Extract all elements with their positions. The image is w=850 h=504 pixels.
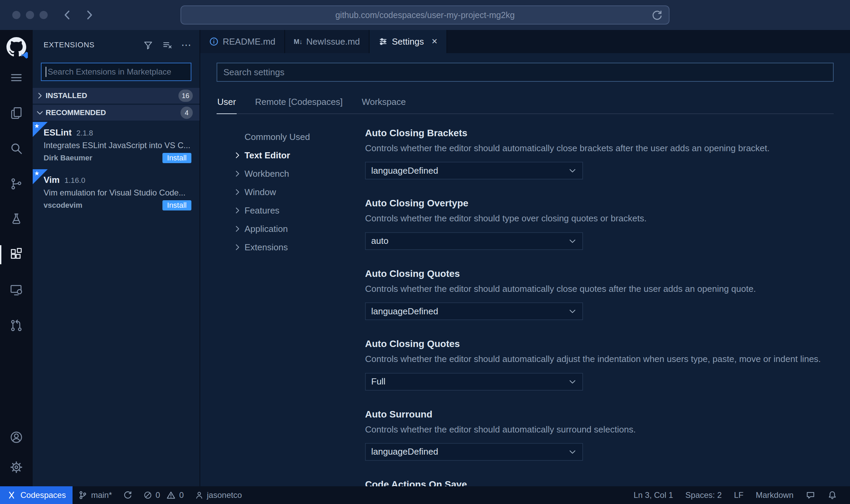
tab-newissue[interactable]: M↓ NewIssue.md (285, 30, 369, 53)
sidebar-item-github-pull-requests[interactable] (0, 311, 33, 341)
chevron-right-icon (233, 188, 242, 196)
sidebar-item-search[interactable] (0, 133, 33, 163)
vscode-logo-icon (20, 51, 29, 59)
clear-extensions-search-button[interactable] (162, 40, 172, 50)
setting-title: Auto Surround (365, 409, 834, 420)
setting-value-dropdown[interactable]: auto (365, 232, 583, 250)
extension-author: vscodevim (44, 201, 82, 210)
section-installed[interactable]: INSTALLED 16 (33, 88, 200, 104)
setting-value-dropdown[interactable]: languageDefined (365, 443, 583, 461)
toc-label: Commonly Used (245, 132, 310, 142)
settings-gear-button[interactable] (0, 452, 33, 482)
extension-item-vim[interactable]: ★ Vim 1.16.0 Vim emulation for Visual St… (33, 169, 200, 217)
pull-request-icon (9, 318, 24, 333)
filter-funnel-icon (143, 40, 153, 50)
extension-item-eslint[interactable]: ★ ESLint 2.1.8 Integrates ESLint JavaScr… (33, 122, 200, 169)
setting-auto-indent: Auto Closing Quotes Controls whether the… (365, 338, 834, 390)
close-icon[interactable]: ✕ (431, 37, 438, 46)
codespaces-status-button[interactable]: Codespaces (0, 486, 73, 504)
toc-item-window[interactable]: Window (233, 183, 346, 201)
eol-item[interactable]: LF (728, 486, 750, 504)
setting-value-dropdown[interactable]: languageDefined (365, 162, 583, 179)
sidebar-item-remote-explorer[interactable] (0, 275, 33, 305)
setting-auto-closing-overtype: Auto Closing Overtype Controls whether t… (365, 198, 834, 250)
more-actions-button[interactable]: ⋯ (181, 40, 191, 50)
install-button[interactable]: Install (162, 153, 191, 163)
setting-value-dropdown[interactable]: languageDefined (365, 302, 583, 320)
settings-search-input[interactable] (217, 63, 834, 82)
user-status-item[interactable]: jasonetco (189, 486, 248, 504)
source-control-icon (9, 176, 24, 191)
info-icon (209, 37, 219, 46)
tab-readme[interactable]: README.md (200, 30, 285, 53)
chevron-right-icon (233, 169, 242, 178)
setting-description: Controls whether the editor should autom… (365, 142, 834, 154)
gear-icon (9, 460, 24, 475)
setting-title: Auto Closing Overtype (365, 198, 834, 209)
chevron-right-icon (233, 206, 242, 215)
scope-tab-remote[interactable]: Remote [Codespaces] (254, 93, 343, 114)
url-text: github.com/codespaces/user-my-project-mg… (335, 10, 515, 20)
toc-item-commonly-used[interactable]: Commonly Used (233, 128, 346, 146)
settings-list: Auto Closing Brackets Controls whether t… (346, 128, 834, 486)
chevron-down-icon (568, 377, 577, 386)
back-button[interactable] (61, 9, 74, 21)
tab-settings[interactable]: Settings ✕ (369, 30, 447, 53)
hamburger-menu-icon (9, 70, 23, 85)
chevron-right-icon (233, 224, 242, 233)
setting-description: Controls whether the editor should type … (365, 212, 834, 224)
window-minimize-button[interactable] (26, 11, 34, 19)
scope-tab-user[interactable]: User (217, 93, 237, 114)
window-maximize-button[interactable] (40, 11, 48, 19)
sidebar-item-extensions[interactable] (0, 240, 33, 270)
github-codespaces-logo (5, 35, 27, 59)
toc-label: Text Editor (245, 150, 290, 161)
problems-status-item[interactable]: 0 0 (138, 486, 189, 504)
error-count: 0 (156, 490, 160, 500)
scope-tab-workspace[interactable]: Workspace (361, 93, 407, 114)
section-recommended[interactable]: RECOMMENDED 4 (33, 105, 200, 121)
toc-item-workbench[interactable]: Workbench (233, 164, 346, 183)
refresh-icon (651, 10, 663, 21)
address-bar[interactable]: github.com/codespaces/user-my-project-mg… (180, 5, 670, 25)
search-icon (9, 141, 24, 156)
chevron-right-icon (233, 243, 242, 252)
text-cursor (46, 67, 46, 77)
extensions-search (41, 63, 191, 81)
setting-title: Auto Closing Quotes (365, 268, 834, 279)
branch-status-item[interactable]: main* (73, 486, 117, 504)
git-branch-icon (78, 490, 88, 500)
menu-button[interactable] (0, 63, 33, 93)
filter-extensions-button[interactable] (143, 40, 153, 50)
language-mode-item[interactable]: Markdown (750, 486, 800, 504)
setting-value-dropdown[interactable]: Full (365, 373, 583, 391)
refresh-button[interactable] (651, 10, 663, 21)
account-icon (9, 430, 24, 445)
extension-description: Vim emulation for Visual Studio Code... (44, 188, 191, 198)
sidebar-item-testing[interactable] (0, 204, 33, 234)
window-close-button[interactable] (12, 11, 20, 19)
notifications-button[interactable] (821, 486, 843, 504)
toc-item-application[interactable]: Application (233, 220, 346, 238)
notifications-bell-icon (828, 490, 837, 500)
sidebar-item-source-control[interactable] (0, 169, 33, 199)
extension-name: ESLint (44, 127, 72, 138)
status-bar: Codespaces main* 0 0 jasonetco Ln 3, Col… (0, 486, 850, 504)
forward-button[interactable] (83, 9, 95, 21)
indentation-item[interactable]: Spaces: 2 (679, 486, 728, 504)
toc-item-features[interactable]: Features (233, 201, 346, 220)
extensions-search-input[interactable] (41, 63, 191, 81)
section-label: INSTALLED (46, 91, 87, 100)
sidebar-item-explorer[interactable] (0, 98, 33, 128)
install-button[interactable]: Install (162, 200, 191, 210)
remote-explorer-icon (9, 283, 24, 298)
test-beaker-icon (9, 212, 24, 227)
toc-item-extensions[interactable]: Extensions (233, 238, 346, 256)
feedback-button[interactable] (800, 486, 821, 504)
settings-sliders-icon (378, 37, 388, 46)
sync-status-item[interactable] (117, 486, 138, 504)
errors-icon (143, 491, 152, 500)
toc-item-text-editor[interactable]: Text Editor (233, 146, 346, 164)
account-button[interactable] (0, 422, 33, 452)
cursor-position-item[interactable]: Ln 3, Col 1 (627, 486, 679, 504)
